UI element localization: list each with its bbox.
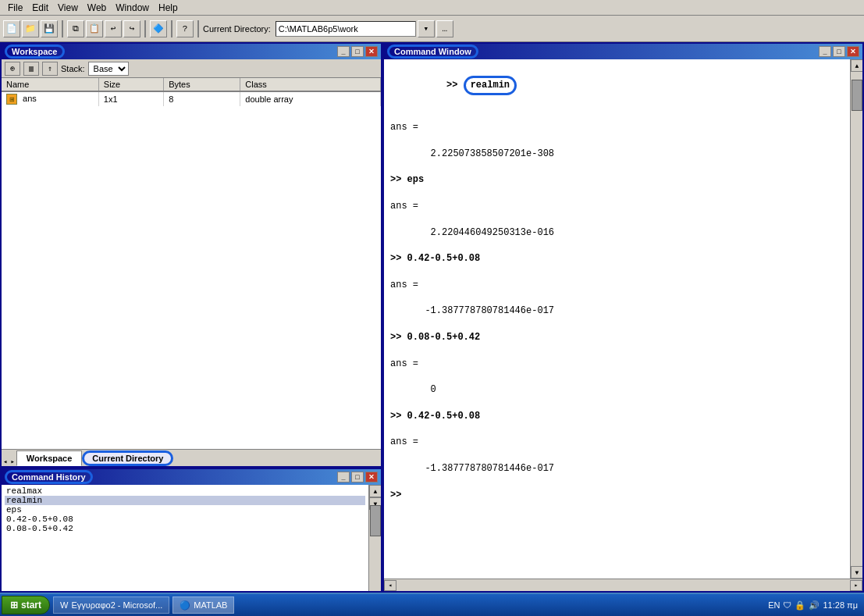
toolbar: 📄 📁 💾 ⧉ 📋 ↩ ↪ 🔷 ? Current Directory: ▾ … <box>0 16 864 42</box>
lang-indicator: EN <box>768 600 780 610</box>
open-btn[interactable]: 📁 <box>22 20 39 37</box>
stack-select[interactable]: Base <box>88 62 129 76</box>
cell-class: double array <box>240 91 381 106</box>
cmd-vscrollbar[interactable]: ▲ ▼ <box>850 59 862 579</box>
start-button[interactable]: ⊞ start <box>2 596 50 614</box>
history-item-3[interactable]: 0.42-0.5+0.08 <box>5 515 365 524</box>
stack-label: Stack: <box>61 64 85 73</box>
simulink-btn[interactable]: 🔷 <box>150 20 167 37</box>
workspace-minimize[interactable]: _ <box>337 46 350 57</box>
current-dir-input[interactable] <box>276 21 416 37</box>
hscroll-right[interactable]: ▸ <box>850 580 862 591</box>
volume-icon: 🔊 <box>809 600 820 611</box>
security-icon: 🛡 <box>783 600 791 610</box>
cmd-restore[interactable]: □ <box>833 46 845 57</box>
cmd-line-12: >> 0.42-0.5+0.08 <box>390 252 844 265</box>
workspace-title: Workspace <box>5 45 65 59</box>
cmd-scroll-down[interactable]: ▼ <box>851 566 862 579</box>
cmd-line-16: -1.387778780781446e-017 <box>390 304 844 318</box>
menu-web[interactable]: Web <box>83 1 111 15</box>
history-item-0[interactable]: realmax <box>5 486 365 496</box>
workspace-titlebar: Workspace _ □ ✕ <box>2 44 381 59</box>
cmd-line-20: ans = <box>390 358 844 371</box>
cmd-close[interactable]: ✕ <box>847 46 859 57</box>
menu-edit[interactable]: Edit <box>27 1 53 15</box>
cmd-line-24: >> 0.42-0.5+0.08 <box>390 410 844 423</box>
menubar: File Edit View Web Window Help <box>0 0 864 16</box>
cmd-scroll-up[interactable]: ▲ <box>851 59 862 72</box>
browse-btn[interactable]: ▾ <box>418 20 435 37</box>
new-btn[interactable]: 📄 <box>3 20 20 37</box>
menu-window[interactable]: Window <box>111 1 154 15</box>
history-close[interactable]: ✕ <box>365 472 378 482</box>
col-name: Name <box>2 78 98 91</box>
history-content: realmax realmin eps 0.42-0.5+0.08 0.08-0… <box>2 485 368 591</box>
left-panel: Workspace _ □ ✕ ⊕ ▥ ⇑ Stack: Base <box>0 42 382 593</box>
cmd-line-8: ans = <box>390 200 844 213</box>
taskbar: ⊞ start W Εγγυραφο2 - Microsof... 🔵 MATL… <box>0 593 864 616</box>
cmd-line-27 <box>390 449 844 462</box>
taskbar-word-label: Εγγυραφο2 - Microsof... <box>71 600 162 610</box>
ws-btn-1[interactable]: ⊕ <box>5 62 20 76</box>
word-icon: W <box>60 600 68 610</box>
cell-name: ⊞ ans <box>2 91 98 106</box>
tab-nav-right[interactable]: ▸ <box>9 458 16 466</box>
history-window: Command History _ □ ✕ realmax realmin ep… <box>0 468 382 593</box>
taskbar-item-word[interactable]: W Εγγυραφο2 - Microsof... <box>53 596 169 614</box>
help-btn[interactable]: ? <box>176 20 194 37</box>
workspace-close[interactable]: ✕ <box>365 46 378 57</box>
cmd-line-14: ans = <box>390 279 844 292</box>
cmd-line-11 <box>390 239 844 252</box>
clock: 11:28 πμ <box>823 600 858 610</box>
cmd-line-5 <box>390 161 844 174</box>
history-restore[interactable]: □ <box>351 472 364 482</box>
history-vscrollbar[interactable]: ▲ ▼ <box>368 485 381 591</box>
tab-nav-left[interactable]: ◂ <box>2 458 9 466</box>
tab-workspace[interactable]: Workspace <box>16 450 83 466</box>
copy-btn[interactable]: ⧉ <box>67 20 84 37</box>
menu-file[interactable]: File <box>3 1 27 15</box>
history-minimize[interactable]: _ <box>337 472 350 482</box>
history-item-4[interactable]: 0.08-0.5+0.42 <box>5 524 365 533</box>
cmd-titlebar: Command Window _ □ ✕ <box>384 44 862 59</box>
ws-btn-3[interactable]: ⇑ <box>42 62 58 76</box>
ws-btn-2[interactable]: ▥ <box>23 62 39 76</box>
cmd-line-2: ans = <box>390 121 844 134</box>
tab-current-directory[interactable]: Current Directory <box>82 450 173 466</box>
cmd-line-19 <box>390 344 844 358</box>
paste-btn[interactable]: 📋 <box>86 20 103 37</box>
redo-btn[interactable]: ↪ <box>123 20 140 37</box>
windows-logo: ⊞ <box>10 600 18 611</box>
menu-help[interactable]: Help <box>154 1 183 15</box>
cmd-scroll-thumb[interactable] <box>852 80 862 111</box>
taskbar-item-matlab[interactable]: 🔵 MATLAB <box>172 596 234 614</box>
cmd-line-28: -1.387778780781446e-017 <box>390 462 844 475</box>
cmd-line-4: 2.225073858507201e-308 <box>390 148 844 161</box>
taskbar-matlab-label: MATLAB <box>194 600 227 610</box>
history-titlebar: Command History _ □ ✕ <box>2 469 381 485</box>
vscroll-thumb[interactable] <box>370 505 381 536</box>
start-label: start <box>21 600 41 611</box>
cmd-line-3 <box>390 134 844 148</box>
browse-btn2[interactable]: … <box>436 20 453 37</box>
history-item-1[interactable]: realmin <box>5 496 365 505</box>
undo-btn[interactable]: ↩ <box>105 20 122 37</box>
table-row[interactable]: ⊞ ans 1x1 8 double array <box>2 91 381 106</box>
history-title: Command History <box>5 470 93 484</box>
menu-view[interactable]: View <box>53 1 83 15</box>
workspace-restore[interactable]: □ <box>351 46 364 57</box>
cmd-title-area: Command Window <box>387 45 478 59</box>
cmd-line-13 <box>390 265 844 279</box>
vscroll-up[interactable]: ▲ <box>369 485 381 497</box>
cmd-minimize[interactable]: _ <box>819 46 831 57</box>
cmd-line-22: 0 <box>390 383 844 397</box>
history-item-2[interactable]: eps <box>5 505 365 515</box>
cmd-content[interactable]: >> realmin ans = 2.225073858507201e-308 … <box>384 59 850 579</box>
hscroll-left[interactable]: ◂ <box>384 580 396 591</box>
save-btn[interactable]: 💾 <box>41 20 58 37</box>
cmd-line-1 <box>390 108 844 121</box>
cmd-hscrollbar[interactable]: ◂ ▸ <box>384 579 862 591</box>
matlab-icon: 🔵 <box>180 600 190 611</box>
cmd-line-30: >> <box>390 489 844 502</box>
cmd-realmin-highlight: realmin <box>464 76 517 95</box>
